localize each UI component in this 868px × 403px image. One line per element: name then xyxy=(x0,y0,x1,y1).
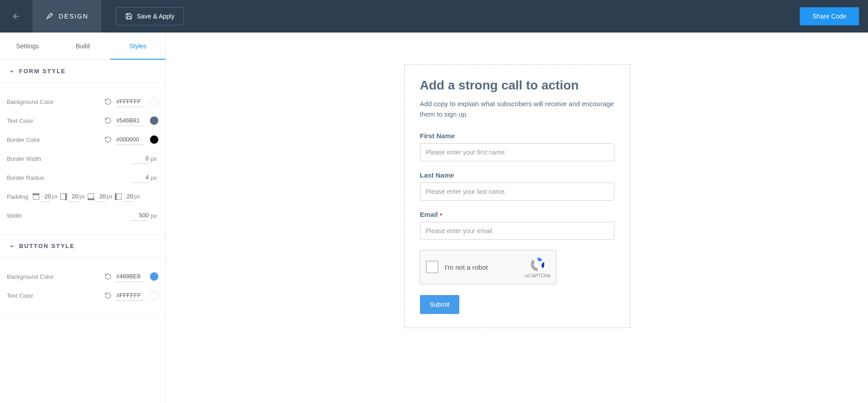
padding-right-icon xyxy=(60,193,66,200)
border-width-label: Border Width xyxy=(7,155,131,162)
first-name-input[interactable] xyxy=(420,143,614,161)
arrow-left-icon xyxy=(12,12,21,21)
sidebar: Settings Build Styles FORM STYLE Backgro… xyxy=(0,33,166,403)
section-button-style-body: Background Color Text Color xyxy=(0,258,165,314)
last-name-input[interactable] xyxy=(420,183,614,201)
reset-icon xyxy=(104,98,112,105)
reset-text-color[interactable] xyxy=(104,117,112,124)
border-color-input[interactable] xyxy=(116,134,144,145)
row-text-color: Text Color xyxy=(7,111,159,130)
unit-px: px xyxy=(107,193,113,200)
section-form-style-body: Background Color Text Color Border Color xyxy=(0,83,165,234)
width-input[interactable] xyxy=(131,210,149,221)
section-button-style-label: BUTTON STYLE xyxy=(19,243,75,249)
padding-left-input[interactable] xyxy=(123,191,133,202)
border-color-swatch[interactable] xyxy=(150,135,159,144)
padding-bottom-input[interactable] xyxy=(95,191,106,202)
btn-bg-color-input[interactable] xyxy=(116,271,144,282)
topbar: DESIGN Save & Apply Share Code xyxy=(0,0,868,33)
styles-panel[interactable]: FORM STYLE Background Color Text Color B… xyxy=(0,60,165,403)
form-title: Add a strong call to action xyxy=(420,78,614,93)
submit-button[interactable]: Submit xyxy=(420,295,460,314)
padding-left-group: px xyxy=(115,191,140,202)
row-border-width: Border Width px xyxy=(7,149,159,168)
btn-text-color-swatch[interactable] xyxy=(150,291,159,300)
row-width: Width px xyxy=(7,206,159,225)
unit-px: px xyxy=(151,212,159,219)
row-btn-text-color: Text Color xyxy=(7,286,159,305)
chevron-down-icon xyxy=(9,69,14,74)
row-bg-color: Background Color xyxy=(7,92,159,111)
text-color-input[interactable] xyxy=(116,115,144,126)
tab-styles[interactable]: Styles xyxy=(110,33,165,59)
save-apply-button[interactable]: Save & Apply xyxy=(116,7,184,25)
section-form-style-label: FORM STYLE xyxy=(19,68,66,75)
tab-settings[interactable]: Settings xyxy=(0,33,55,59)
reset-icon xyxy=(104,273,112,280)
preview-canvas: Add a strong call to action Add copy to … xyxy=(166,33,868,403)
reset-btn-text-color[interactable] xyxy=(104,292,112,299)
bg-color-label: Background Color xyxy=(7,98,104,105)
padding-top-input[interactable] xyxy=(40,191,51,202)
padding-right-input[interactable] xyxy=(67,191,78,202)
section-form-style-header[interactable]: FORM STYLE xyxy=(0,60,165,83)
border-width-input[interactable] xyxy=(131,153,149,164)
back-button[interactable] xyxy=(0,0,33,33)
padding-label: Padding xyxy=(7,193,28,200)
row-border-color: Border Color xyxy=(7,130,159,149)
unit-px: px xyxy=(52,193,58,200)
required-indicator: • xyxy=(440,211,442,218)
border-color-label: Border Color xyxy=(7,136,104,143)
recaptcha-widget: I'm not a robot reCAPTCHA xyxy=(420,250,557,284)
share-code-button[interactable]: Share Code xyxy=(800,7,859,25)
design-label: DESIGN xyxy=(59,13,89,20)
section-button-style-header[interactable]: BUTTON STYLE xyxy=(0,234,165,258)
reset-icon xyxy=(104,136,112,143)
reset-border-color[interactable] xyxy=(104,136,112,143)
reset-btn-bg-color[interactable] xyxy=(104,273,112,280)
form-description: Add copy to explain what subscribers wil… xyxy=(420,99,614,119)
bg-color-swatch[interactable] xyxy=(150,97,159,106)
btn-bg-color-swatch[interactable] xyxy=(150,272,159,281)
padding-top-group: px xyxy=(33,191,58,202)
reset-bg-color[interactable] xyxy=(104,98,112,105)
btn-text-color-label: Text Color xyxy=(7,292,104,299)
tab-build[interactable]: Build xyxy=(55,33,110,59)
chevron-down-icon xyxy=(9,244,14,249)
padding-bottom-group: px xyxy=(88,191,113,202)
email-label: Email • xyxy=(420,211,614,218)
recaptcha-logo: reCAPTCHA xyxy=(525,256,551,278)
width-label: Width xyxy=(7,212,131,219)
unit-px: px xyxy=(79,193,85,200)
bg-color-input[interactable] xyxy=(116,96,144,107)
text-color-swatch[interactable] xyxy=(150,116,159,125)
reset-icon xyxy=(104,117,112,124)
unit-px: px xyxy=(134,193,140,200)
save-label: Save & Apply xyxy=(137,13,175,20)
sidebar-tabs: Settings Build Styles xyxy=(0,33,165,60)
padding-top-icon xyxy=(33,193,39,200)
border-radius-input[interactable] xyxy=(131,172,149,183)
unit-px: px xyxy=(151,174,159,181)
email-label-text: Email xyxy=(420,211,438,218)
save-icon xyxy=(125,13,132,20)
last-name-label: Last Name xyxy=(420,171,614,179)
unit-px: px xyxy=(151,155,159,162)
padding-right-group: px xyxy=(60,191,85,202)
row-padding: Padding px px px xyxy=(7,187,159,206)
padding-left-icon xyxy=(115,193,122,200)
text-color-label: Text Color xyxy=(7,117,104,124)
brush-icon xyxy=(45,12,53,20)
padding-bottom-icon xyxy=(88,193,94,200)
btn-text-color-input[interactable] xyxy=(116,290,144,301)
recaptcha-checkbox[interactable] xyxy=(426,261,439,273)
border-radius-label: Border Radius xyxy=(7,174,131,181)
form-preview[interactable]: Add a strong call to action Add copy to … xyxy=(404,64,630,328)
row-btn-bg-color: Background Color xyxy=(7,267,159,286)
recaptcha-text: I'm not a robot xyxy=(445,263,525,271)
design-mode-tab[interactable]: DESIGN xyxy=(33,0,101,33)
email-input[interactable] xyxy=(420,222,614,240)
recaptcha-icon xyxy=(529,256,546,272)
main-area: Settings Build Styles FORM STYLE Backgro… xyxy=(0,33,868,403)
first-name-label: First Name xyxy=(420,132,614,140)
